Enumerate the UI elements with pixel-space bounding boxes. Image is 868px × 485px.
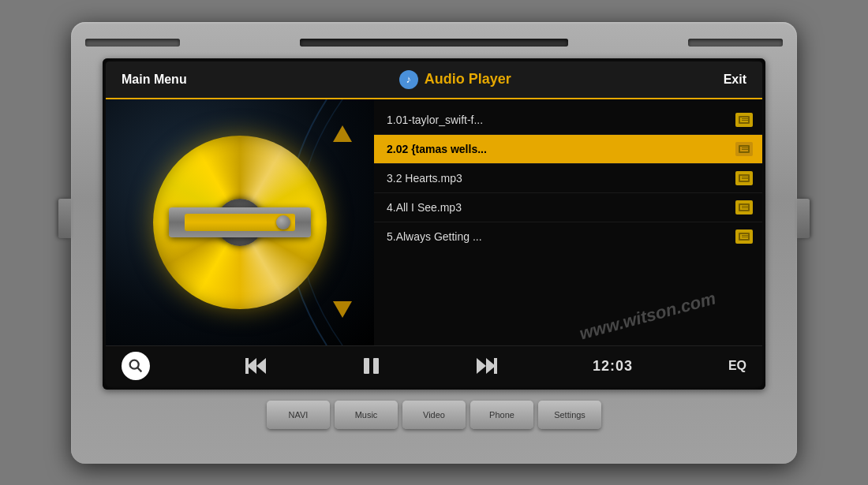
track-name: 3.2 Hearts.mp3 (387, 172, 729, 185)
cd-track-bar (185, 214, 295, 231)
top-strip (85, 32, 783, 54)
slot-right (688, 39, 783, 47)
physical-button-video[interactable]: Video (402, 401, 466, 429)
next-button[interactable] (475, 356, 497, 375)
track-name: 5.Always Getting ... (387, 230, 729, 243)
track-item[interactable]: 3.2 Hearts.mp3 (374, 164, 762, 193)
physical-button-phone[interactable]: Phone (470, 401, 533, 429)
main-menu-label[interactable]: Main Menu (122, 73, 187, 87)
car-audio-device: Main Menu ♪ Audio Player Exit (71, 22, 797, 464)
page-title: Audio Player (425, 71, 511, 88)
cd-knob (276, 215, 290, 229)
track-item[interactable]: 1.01-taylor_swift-f... (374, 106, 762, 135)
track-item[interactable]: 5.Always Getting ... (374, 222, 762, 251)
header-title-area: ♪ Audio Player (399, 70, 511, 89)
controls-bar: 12:03 EQ (106, 345, 762, 386)
track-file-icon (735, 200, 753, 215)
pause-button[interactable] (363, 356, 380, 375)
track-name: 1.01-taylor_swift-f... (387, 114, 729, 126)
svg-line-3 (137, 367, 141, 371)
track-file-icon (735, 142, 753, 156)
track-name: 4.All I See.mp3 (387, 201, 729, 214)
physical-button-navi[interactable]: NAVI (267, 401, 330, 429)
screen-bezel: Main Menu ♪ Audio Player Exit (103, 58, 765, 390)
search-button[interactable] (122, 352, 150, 380)
main-screen: Main Menu ♪ Audio Player Exit (106, 62, 762, 386)
physical-button-music[interactable]: Music (335, 401, 398, 429)
track-file-icon (735, 171, 753, 185)
physical-button-settings[interactable]: Settings (538, 401, 601, 429)
svg-marker-4 (256, 358, 266, 374)
slot-left (85, 39, 180, 47)
exit-button[interactable]: Exit (724, 73, 746, 87)
prev-button[interactable] (245, 356, 268, 375)
header-bar: Main Menu ♪ Audio Player Exit (106, 62, 762, 99)
nav-arrow-up[interactable] (331, 123, 354, 152)
svg-point-2 (130, 360, 139, 369)
side-button-left[interactable] (58, 199, 71, 238)
track-file-icon (735, 113, 753, 127)
eq-button[interactable]: EQ (728, 359, 746, 373)
svg-rect-11 (494, 358, 497, 374)
main-content: 1.01-taylor_swift-f...2.02 {tamas wells.… (106, 99, 762, 345)
disc-art (153, 136, 327, 309)
svg-marker-1 (333, 301, 352, 318)
disc-panel (106, 99, 374, 345)
bottom-buttons-row: NAVIMusicVideoPhoneSettings (85, 394, 783, 435)
track-file-icon (735, 229, 753, 244)
svg-marker-0 (333, 125, 352, 142)
nav-arrow-down[interactable] (331, 297, 354, 326)
svg-marker-9 (477, 358, 486, 374)
track-item[interactable]: 2.02 {tamas wells... (374, 135, 762, 164)
track-name: 2.02 {tamas wells... (387, 143, 729, 155)
cd-slot (300, 39, 568, 47)
time-display: 12:03 (593, 358, 633, 375)
track-item[interactable]: 4.All I See.mp3 (374, 193, 762, 222)
svg-rect-6 (245, 358, 249, 374)
svg-rect-7 (364, 358, 369, 374)
cd-mechanism (169, 207, 311, 237)
music-icon: ♪ (399, 70, 418, 89)
svg-rect-8 (373, 358, 379, 374)
cd-disc (153, 136, 327, 309)
track-list-panel: 1.01-taylor_swift-f...2.02 {tamas wells.… (374, 99, 762, 345)
side-button-right[interactable] (797, 199, 810, 238)
